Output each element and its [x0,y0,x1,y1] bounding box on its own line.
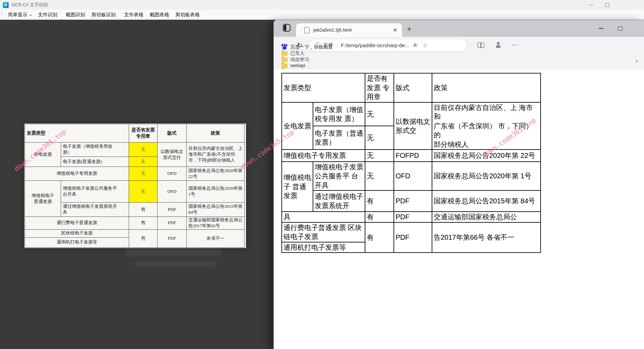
ghost-text-artifact [126,249,221,256]
browser-minimize-button[interactable] [599,28,603,29]
app-titlebar: R OCR C# 文字识别 [0,0,644,10]
table-cell: OFD [158,167,187,181]
app-maximize-button[interactable] [605,3,609,7]
table-cell: 通用机打电子发票等 [25,237,129,247]
table-cell: 发票类型 [25,124,129,143]
table-cell: 无 [365,126,394,150]
baidu-icon [281,44,288,50]
app-toolbar: 简单显示▾文件识别截图识别剪切板识别文件表格截图表格剪切板表格 [0,10,644,20]
table-cell: 国家税务总局公告2020年第1号 [187,181,245,203]
new-tab-button[interactable]: + [407,25,412,34]
bookmark-item[interactable]: webapi [281,63,333,68]
table-cell: 有 [365,190,394,212]
table-cell: 目前仅存内蒙古自治区、上海市和广东省(不含深圳市，下同)的部分纳税人 [187,143,245,167]
toolbar-button[interactable]: 文件识别 [35,11,61,18]
folder-icon [281,63,288,68]
table-cell: 版式 [394,73,432,102]
address-url[interactable]: F:/temp/paddle-ocrsharp-de... [341,42,409,48]
table-cell: 告2017年第66号 各省不一 [432,222,541,253]
bookmark-label: 动点学习 [290,57,309,63]
read-aloud-icon[interactable]: A⁾ [414,42,418,48]
table-cell: 发票类型 [282,73,365,102]
address-bar[interactable]: ⓘ 文件 F:/temp/paddle-ocrsharp-de... A⁾ ☆ [310,39,467,52]
tab-title: jeb2a5m2.3j5.html [313,27,393,33]
toolbar-button[interactable]: 文件表格 [121,11,147,18]
table-cell: PDF [394,212,432,222]
table-cell: 电子发票(普通发票) [61,157,129,167]
address-divider [337,42,337,48]
dropdown-caret-icon[interactable]: ▾ [30,14,32,17]
scanned-invoice-image: 发票类型是否有发票专用章版式政策全电发票电子发票（增值税专用发票）无以数据电文形… [24,124,246,248]
app-minimize-button[interactable] [589,5,593,5]
table-cell: 通行费电子普通发票 [25,217,129,230]
table-cell: 国家税务总局公告2015年第 84号 [432,190,541,212]
table-cell: 电子发票（普通发票） [313,126,365,150]
table-cell: 政策 [432,73,541,102]
toolbar-button[interactable]: 截图表格 [147,11,172,18]
table-cell: 版式 [158,124,187,143]
bookmark-item[interactable]: 动点学习 [281,57,333,63]
browser-window: jeb2a5m2.3j5.html ✕ + ← ↻ ⓘ 文件 F:/temp/p… [273,20,644,349]
page-favicon-icon [304,27,310,33]
table-cell: 无 [365,102,394,126]
table-cell: 有 [129,203,158,217]
bookmark-item[interactable]: 已导入 [281,50,333,57]
table-cell: 增值税电子专用发票 [282,150,365,162]
table-cell: 增值税电子发票公共服务平台开具 [61,181,129,203]
app-logo-icon: R [3,2,9,8]
table-cell: 政策 [187,124,245,143]
table-cell: 通过增值税电子发票系统开具 [61,203,129,217]
table-cell: 国家税务总局公告2020年第22号 [187,167,245,181]
tab-close-icon[interactable]: ✕ [393,27,397,33]
bookmark-label: 百度一下，你就知道 [290,44,333,50]
app-title: OCR C# 文字识别 [11,2,48,8]
toolbar-grip[interactable] [1,11,2,18]
scanned-invoice-table: 发票类型是否有发票专用章版式政策全电发票电子发票（增值税专用发票）无以数据电文形… [25,124,245,248]
toolbar-button[interactable]: 简单显示 [5,11,31,18]
folder-icon [281,58,288,62]
table-cell: 通行费电子普通发票 区块链电子发票 [282,222,365,242]
toolbar-button[interactable]: 剪切板表格 [172,11,203,18]
table-cell: 电子发票（增值税专用发票） [61,143,129,157]
bookmarks-overflow-icon[interactable]: › [636,58,638,65]
table-cell: 国家税务总局公告2020年第 1号 [432,162,541,190]
table-cell: 无 [129,157,158,167]
table-cell: 无 [129,181,158,203]
toolbar-button[interactable]: 剪切板识别 [88,11,119,18]
favorite-star-icon[interactable]: ☆ [423,42,427,49]
folder-icon [281,51,288,56]
profile-icon[interactable] [495,42,502,48]
browser-content: 发票类型是否有发票 专用章版式政策全电发票电子发票（增值税专用发 票）无以数据电… [274,69,644,349]
toolbar-button[interactable]: 截图识别 [63,11,88,18]
table-cell: 无 [365,162,394,190]
table-cell: 通过增值税电子发票系统开 [313,190,365,212]
browser-maximize-button[interactable] [618,26,622,31]
table-cell: 无 [129,167,158,181]
table-cell: 增值税电子专用发票 [25,167,129,181]
table-cell: 通用机打电子发票等 [282,242,365,253]
table-cell: 有 [365,222,394,253]
table-cell: 国家税务总局公告2020年第 22号 [432,150,541,162]
split-screen-icon[interactable] [477,43,484,48]
browser-tab[interactable]: jeb2a5m2.3j5.html ✕ [296,23,402,37]
table-cell: 目前仅存内蒙古自治区、上 海市和广东省（不含深圳） 市，下同）的部分纳税人 [432,102,541,150]
table-cell: 有 [129,217,158,230]
table-cell: PDF [158,203,187,217]
screen: R OCR C# 文字识别 简单显示▾文件识别截图识别剪切板识别文件表格截图表格… [0,0,644,349]
table-cell: 增值税电子 普通发票 [282,162,313,212]
table-cell: FOFPD [394,150,432,162]
browser-tabstrip: jeb2a5m2.3j5.html ✕ + [274,20,644,37]
workspaces-icon[interactable] [283,24,290,32]
ghost-text-artifact [115,237,226,245]
bookmark-label: 已导入 [290,50,305,57]
bookmark-item[interactable]: 百度一下，你就知道 [281,44,333,50]
table-cell: 全电发票 [25,143,61,167]
settings-more-icon[interactable]: ⋯ [511,41,518,49]
table-cell: 增值税电子普通发票 [25,181,61,217]
table-cell: 区块链电子发票 [25,229,129,237]
table-cell: 以数据电文形式交付 [158,143,187,167]
table-cell: 国家税务总局公告2015年第84号 [187,203,245,217]
table-cell: 无 [129,143,158,157]
table-cell: 电子发票（增值税专用发 票） [313,102,365,126]
table-cell: 增值税电子发票公共服务平 台开具 [313,162,365,190]
